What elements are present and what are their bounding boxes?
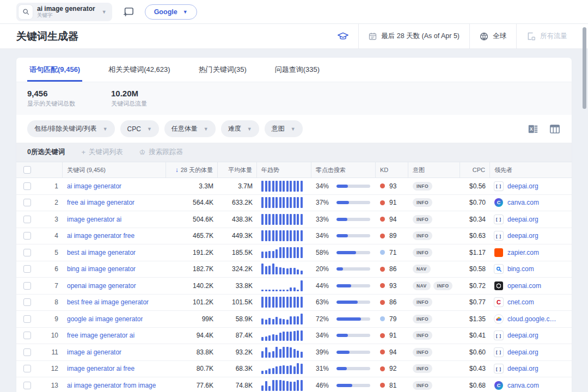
- keyword-link[interactable]: free image generator ai: [67, 332, 134, 339]
- search-icon: [19, 5, 33, 19]
- leader-site-link[interactable]: bing.com: [507, 265, 534, 273]
- intent-badges: INFO: [408, 195, 460, 211]
- stat-label: 显示的关键词总数: [27, 100, 75, 108]
- keyword-link[interactable]: openai image generator: [67, 282, 136, 290]
- zero-click-percent: 39%: [316, 348, 331, 356]
- leader-site-link[interactable]: deepai.org: [507, 232, 538, 240]
- intent-badges: INFO: [408, 344, 460, 360]
- leader-site-link[interactable]: cloud.google.c…: [507, 315, 556, 323]
- site-favicon-zapier: [494, 248, 503, 257]
- traffic-filter[interactable]: 所有流量: [517, 24, 577, 48]
- scrollbar-thumb[interactable]: [583, 27, 586, 109]
- kd-value: 92: [389, 365, 396, 372]
- keyword-link[interactable]: ai image generator from image: [67, 382, 156, 389]
- database-selector-button[interactable]: Google ▼: [145, 4, 197, 20]
- column-header-leader[interactable]: 领先者: [490, 162, 572, 177]
- add-to-keyword-list-button[interactable]: + 关键词列表: [81, 148, 122, 157]
- row-number: 13: [38, 377, 63, 392]
- filter-chips: 包括/排除关键词/列表▼CPC▼任意体量▼难度▼意图▼: [27, 120, 303, 137]
- column-header-cpc[interactable]: CPC: [460, 162, 490, 177]
- select-all-checkbox[interactable]: [23, 166, 31, 174]
- volume-value: 101.2K: [193, 298, 213, 306]
- leader-site-link[interactable]: deepai.org: [507, 216, 538, 223]
- tab-4[interactable]: 问题查询(335): [273, 58, 322, 82]
- filter-chip[interactable]: 意图▼: [265, 120, 303, 137]
- column-header-intent[interactable]: 意图: [408, 162, 460, 177]
- keyword-link[interactable]: free ai image generator: [67, 199, 134, 206]
- filter-chip[interactable]: CPC▼: [120, 120, 159, 137]
- row-checkbox[interactable]: [23, 199, 31, 206]
- row-checkbox[interactable]: [23, 282, 31, 290]
- row-checkbox[interactable]: [23, 332, 31, 339]
- leader-site-link[interactable]: openai.com: [507, 282, 541, 290]
- intent-badges: INFO: [408, 295, 460, 311]
- keyword-link[interactable]: image generator ai: [67, 216, 121, 223]
- keyword-link[interactable]: image ai generator: [67, 348, 121, 356]
- column-header-zero-click[interactable]: 零点击搜索: [311, 162, 376, 177]
- volume-value: 80.7K: [197, 365, 213, 372]
- keyword-link[interactable]: image generator ai free: [67, 365, 134, 372]
- row-checkbox[interactable]: [23, 348, 31, 356]
- keyword-link[interactable]: best free ai image generator: [67, 298, 149, 306]
- row-number: 11: [38, 344, 63, 360]
- column-header-avg-volume[interactable]: 平均体量: [218, 162, 257, 177]
- column-header-keyword[interactable]: 关键词 (9,456): [63, 162, 166, 177]
- intent-badges: INFO: [408, 228, 460, 244]
- volume-value: 99K: [202, 315, 213, 323]
- column-header-kd[interactable]: KD: [376, 162, 408, 177]
- leader-site-link[interactable]: cnet.com: [507, 298, 534, 306]
- kd-value: 81: [389, 382, 396, 389]
- leader-site-link[interactable]: deepai.org: [507, 182, 538, 190]
- row-number: 5: [38, 244, 63, 261]
- site-favicon-gcloud: [494, 315, 503, 323]
- keyword-link[interactable]: bing ai image generator: [67, 265, 136, 273]
- filter-chip[interactable]: 难度▼: [221, 120, 259, 137]
- table-row: 9google ai image generator99K58.9K72%79I…: [16, 311, 572, 328]
- keyword-link[interactable]: ai image generator free: [67, 232, 134, 240]
- add-query-button[interactable]: [121, 4, 136, 20]
- kd-value: 89: [389, 232, 396, 240]
- table-row: 2free ai image generator564.4K633.2K37%9…: [16, 195, 572, 212]
- filter-chip[interactable]: 包括/排除关键词/列表▼: [27, 120, 115, 137]
- keyword-link[interactable]: ai image generator: [67, 182, 121, 190]
- search-tracker-button[interactable]: ♔ 搜索跟踪器: [139, 148, 183, 157]
- kd-dot: [380, 283, 385, 288]
- filter-chip-label: 包括/排除关键词/列表: [34, 124, 97, 133]
- kd-dot: [380, 316, 385, 321]
- filter-chip[interactable]: 任意体量▼: [164, 120, 216, 137]
- row-checkbox[interactable]: [23, 265, 31, 273]
- education-button[interactable]: [328, 24, 358, 48]
- row-checkbox[interactable]: [23, 216, 31, 223]
- keyword-link[interactable]: google ai image generator: [67, 315, 143, 323]
- row-checkbox[interactable]: [23, 365, 31, 372]
- excel-export-icon[interactable]: X: [527, 123, 539, 135]
- row-checkbox[interactable]: [23, 382, 31, 389]
- intent-badge: NAV: [413, 281, 431, 290]
- location-selector[interactable]: 全球: [470, 24, 516, 48]
- column-header-trend[interactable]: 年趋势: [257, 162, 311, 177]
- leader-site-link[interactable]: zapier.com: [507, 249, 539, 256]
- row-checkbox[interactable]: [23, 315, 31, 323]
- manage-columns-icon[interactable]: [549, 123, 561, 135]
- leader-site-link[interactable]: canva.com: [507, 382, 539, 389]
- tab-2[interactable]: 相关关键词(42,623): [106, 58, 172, 82]
- volume-value: 94.4K: [197, 332, 213, 339]
- row-checkbox[interactable]: [23, 232, 31, 240]
- keyword-search-widget[interactable]: ai image generator 关键字 ▼: [16, 3, 112, 21]
- row-checkbox[interactable]: [23, 182, 31, 190]
- keyword-link[interactable]: best ai image generator: [67, 249, 136, 256]
- leader-site-link[interactable]: deepai.org: [507, 332, 538, 339]
- zero-click-percent: 37%: [316, 199, 331, 206]
- date-range-selector[interactable]: 最后 28 天数 (As of Apr 5): [359, 24, 469, 48]
- vertical-scrollbar[interactable]: [583, 27, 587, 390]
- leader-site-link[interactable]: canva.com: [507, 199, 539, 206]
- row-checkbox[interactable]: [23, 298, 31, 306]
- row-checkbox[interactable]: [23, 249, 31, 256]
- column-header-volume[interactable]: ↓28 天的体量: [166, 162, 218, 177]
- intent-badge: INFO: [413, 248, 432, 257]
- zero-click-bar: [336, 317, 370, 321]
- tab-1[interactable]: 语句匹配(9,456): [27, 58, 82, 82]
- leader-site-link[interactable]: deepai.org: [507, 348, 538, 356]
- leader-site-link[interactable]: deepai.org: [507, 365, 538, 372]
- tab-3[interactable]: 热门关键词(35): [197, 58, 249, 82]
